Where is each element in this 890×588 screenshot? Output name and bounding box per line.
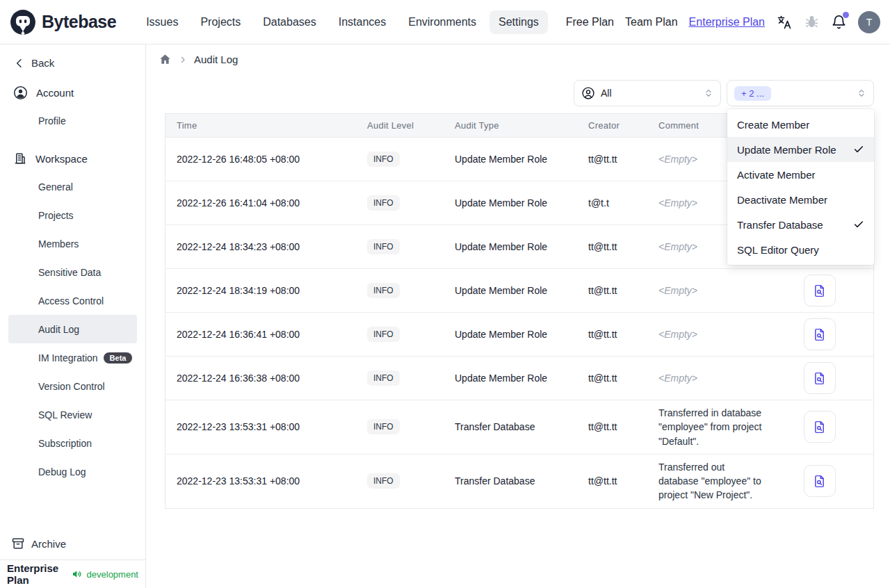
user-circle-icon	[581, 86, 595, 100]
sidebar-item-debug-log[interactable]: Debug Log	[8, 457, 137, 486]
doc-search-icon	[812, 284, 827, 298]
chevron-updown-icon	[704, 88, 713, 98]
audit-level-badge: INFO	[367, 283, 400, 298]
menu-item-label: Transfer Database	[737, 219, 823, 231]
back-chevron-icon	[14, 58, 25, 69]
view-detail-button[interactable]	[804, 275, 836, 307]
audit-comment: <Empty>	[647, 357, 772, 400]
sidebar-item-subscription[interactable]: Subscription	[8, 429, 137, 457]
sidebar-item-im-integration[interactable]: IM Integration Beta	[8, 343, 137, 372]
sidebar-item-label: Sensitive Data	[38, 267, 101, 278]
audit-type: Update Member Role	[444, 357, 577, 400]
plan-status: Enterprise Plan development	[0, 560, 145, 588]
menu-item-sql-editor-query[interactable]: SQL Editor Query	[727, 237, 874, 262]
bell-icon[interactable]	[831, 14, 847, 30]
notification-dot	[843, 12, 849, 18]
audit-time: 2022-12-24 16:36:38 +08:00	[165, 357, 356, 400]
page-title: Audit Log	[194, 54, 238, 65]
nav-link-projects[interactable]: Projects	[191, 10, 250, 34]
menu-item-activate-member[interactable]: Activate Member	[727, 162, 874, 187]
section-account-title: Account	[36, 87, 74, 99]
sidebar-item-label: Access Control	[38, 295, 104, 307]
audit-type-menu: Create Member Update Member Role Activat…	[727, 109, 874, 265]
sidebar-item-label: Audit Log	[38, 324, 79, 335]
col-creator: Creator	[577, 114, 647, 137]
enterprise-plan-link[interactable]: Enterprise Plan	[689, 16, 765, 28]
sidebar-bottom: Archive Enterprise Plan development	[0, 528, 145, 588]
audit-creator: tt@tt.tt	[577, 400, 647, 454]
back-button[interactable]: Back	[14, 57, 134, 69]
doc-search-icon	[812, 371, 827, 386]
doc-search-icon	[812, 327, 827, 342]
audit-type: Update Member Role	[444, 269, 577, 312]
audit-level-badge: INFO	[367, 152, 400, 167]
sidebar-item-audit-log[interactable]: Audit Log	[8, 315, 137, 343]
sidebar-workspace-items: General Projects Members Sensitive Data …	[0, 172, 145, 486]
sidebar-item-version-control[interactable]: Version Control	[8, 372, 137, 400]
section-workspace-title: Workspace	[35, 153, 88, 165]
menu-item-update-member-role[interactable]: Update Member Role	[727, 137, 874, 162]
avatar[interactable]: T	[858, 11, 880, 33]
audit-creator: tt@tt.tt	[577, 269, 647, 312]
menu-item-transfer-database[interactable]: Transfer Database	[727, 212, 874, 237]
audit-type-filter-select[interactable]: + 2 ...	[727, 80, 874, 106]
sidebar-item-projects[interactable]: Projects	[8, 201, 137, 229]
nav-link-instances[interactable]: Instances	[330, 10, 395, 34]
team-plan-link[interactable]: Team Plan	[625, 16, 678, 28]
audit-type: Update Member Role	[444, 138, 577, 181]
bug-icon[interactable]	[804, 14, 820, 30]
creator-filter-value: All	[601, 88, 698, 99]
audit-type: Update Member Role	[444, 225, 577, 268]
beta-badge: Beta	[104, 352, 133, 364]
nav-link-environments[interactable]: Environments	[399, 10, 485, 34]
audit-comment: Transferred out database "employee" to p…	[647, 455, 772, 508]
menu-item-create-member[interactable]: Create Member	[727, 112, 874, 137]
sidebar-item-sql-review[interactable]: SQL Review	[8, 400, 137, 429]
view-detail-button[interactable]	[804, 362, 836, 394]
top-nav: Bytebase Issues Projects Databases Insta…	[0, 0, 890, 44]
menu-item-label: Create Member	[737, 119, 809, 131]
audit-time: 2022-12-24 16:36:41 +08:00	[165, 313, 356, 356]
view-detail-button[interactable]	[804, 318, 836, 350]
audit-level-badge: INFO	[367, 370, 400, 386]
audit-time: 2022-12-26 16:41:04 +08:00	[165, 181, 356, 224]
account-icon	[14, 86, 27, 99]
free-plan-link[interactable]: Free Plan	[566, 16, 614, 28]
menu-item-label: Activate Member	[737, 169, 816, 181]
view-detail-button[interactable]	[804, 465, 836, 497]
primary-nav: Issues Projects Databases Instances Envi…	[137, 10, 548, 34]
sidebar: Back Account Profile Workspace General	[0, 44, 146, 588]
bytebase-logo-icon	[10, 9, 36, 35]
audit-level-badge: INFO	[367, 419, 400, 434]
type-filter-badge: + 2 ...	[734, 86, 771, 101]
sidebar-item-general[interactable]: General	[8, 172, 137, 201]
home-icon[interactable]	[159, 53, 172, 66]
table-row: 2022-12-23 13:53:31 +08:00 INFO Transfer…	[165, 455, 873, 508]
sidebar-item-label: Debug Log	[38, 466, 86, 477]
audit-creator: tt@tt.tt	[577, 455, 647, 508]
view-detail-button[interactable]	[804, 411, 836, 443]
audit-time: 2022-12-23 13:53:31 +08:00	[165, 455, 356, 508]
sidebar-item-profile[interactable]: Profile	[8, 106, 137, 135]
nav-link-databases[interactable]: Databases	[254, 10, 325, 34]
sidebar-item-members[interactable]: Members	[8, 229, 137, 258]
back-label: Back	[31, 57, 54, 69]
sidebar-item-label: Profile	[38, 115, 66, 126]
audit-type: Transfer Database	[444, 455, 577, 508]
audit-comment: Transferred in database "employee" from …	[647, 400, 772, 454]
table-row: 2022-12-24 18:34:19 +08:00 INFO Update M…	[165, 269, 873, 313]
sidebar-item-label: General	[38, 181, 73, 193]
creator-filter-select[interactable]: All	[574, 80, 721, 106]
sidebar-item-sensitive-data[interactable]: Sensitive Data	[8, 258, 137, 286]
sidebar-item-archive[interactable]: Archive	[0, 528, 145, 560]
nav-link-issues[interactable]: Issues	[137, 10, 187, 34]
menu-item-deactivate-member[interactable]: Deactivate Member	[727, 187, 874, 212]
nav-link-settings[interactable]: Settings	[490, 10, 548, 34]
audit-type: Transfer Database	[444, 400, 577, 454]
audit-type: Update Member Role	[444, 181, 577, 224]
translate-icon[interactable]	[776, 14, 793, 31]
chevron-updown-icon	[857, 88, 866, 98]
check-icon	[853, 144, 864, 155]
sidebar-item-access-control[interactable]: Access Control	[8, 286, 137, 315]
brand[interactable]: Bytebase	[10, 9, 116, 35]
